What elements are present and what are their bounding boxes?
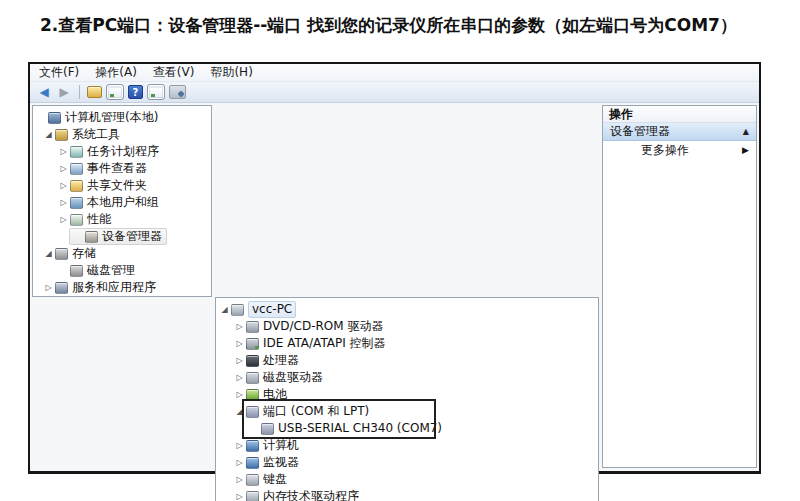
tree-item-label: 性能 — [87, 212, 111, 227]
expander-icon[interactable]: ◢ — [42, 250, 55, 258]
device-tree-item[interactable]: ▷ 内存技术驱动程序 — [216, 488, 598, 501]
device-tree-item[interactable]: ◢ vcc-PC — [216, 301, 598, 318]
back-icon[interactable]: ◀ — [36, 86, 52, 98]
device-tree-item[interactable]: ▷ 键盘 — [216, 471, 598, 488]
device-tree-item[interactable]: ◢ 端口 (COM 和 LPT) — [216, 403, 598, 420]
item-icon — [55, 248, 68, 260]
tree-item[interactable]: ▷ 本地用户和组 — [33, 194, 211, 211]
submenu-arrow-icon: ▶ — [742, 145, 749, 155]
tree-item-label: 计算机管理(本地) — [65, 110, 158, 125]
console-tree-icon[interactable] — [106, 84, 124, 100]
computer-management-window: 文件(F) 操作(A) 查看(V) 帮助(H) ◀ ▶ ? 计算机管理(本地) … — [28, 62, 761, 474]
device-item-label: 端口 (COM 和 LPT) — [263, 404, 369, 419]
device-item-label: 监视器 — [263, 455, 299, 470]
tree-item[interactable]: 磁盘管理 — [33, 262, 211, 279]
tree-item[interactable]: ▷ 性能 — [33, 211, 211, 228]
device-item-label: 键盘 — [263, 472, 287, 487]
tree-item[interactable]: 设备管理器 — [69, 228, 167, 245]
more-actions-label: 更多操作 — [641, 142, 689, 159]
device-tree-item[interactable]: ▷ 计算机 — [216, 437, 598, 454]
device-item-label: 处理器 — [263, 353, 299, 368]
device-icon — [246, 389, 259, 401]
device-icon — [246, 338, 259, 350]
expander-icon[interactable]: ◢ — [218, 306, 231, 314]
device-tree-item[interactable]: ▷ IDE ATA/ATAPI 控制器 — [216, 335, 598, 352]
tree-item[interactable]: 计算机管理(本地) — [33, 109, 211, 126]
tree-item-label: 服务和应用程序 — [72, 280, 156, 295]
device-item-label: USB-SERIAL CH340 (COM7) — [278, 421, 442, 436]
tree-item-label: 共享文件夹 — [87, 178, 147, 193]
actions-device-manager-section[interactable]: 设备管理器 ▲ — [603, 123, 756, 141]
device-tree-item[interactable]: ▷ 监视器 — [216, 454, 598, 471]
item-icon — [70, 197, 83, 209]
actions-panel-header: 操作 — [603, 106, 756, 123]
menu-item[interactable]: 操作(A) — [95, 64, 137, 81]
tree-item[interactable]: ▷ 服务和应用程序 — [33, 279, 211, 296]
device-tree-item[interactable]: ▷ 电池 — [216, 386, 598, 403]
tree-item-label: 系统工具 — [72, 127, 120, 142]
device-icon — [246, 372, 259, 384]
toolbar: ◀ ▶ ? — [30, 82, 759, 103]
item-icon — [70, 214, 83, 226]
page-heading: 2.查看PC端口：设备管理器--端口 找到您的记录仪所在串口的参数（如左端口号为… — [40, 14, 737, 37]
expander-icon[interactable]: ▷ — [233, 357, 246, 365]
device-icon — [246, 321, 259, 333]
tree-item[interactable]: ◢ 系统工具 — [33, 126, 211, 143]
actions-panel: 操作 设备管理器 ▲ 更多操作 ▶ — [602, 105, 757, 468]
content-area: 计算机管理(本地) ◢ 系统工具 ▷ 任务计划程序 ▷ 事件查看器 ▷ — [30, 103, 759, 471]
export-list-icon[interactable] — [147, 84, 165, 100]
menu-item[interactable]: 帮助(H) — [210, 64, 252, 81]
expander-icon[interactable]: ▷ — [233, 442, 246, 450]
folder-up-icon[interactable] — [87, 86, 102, 98]
tree-item[interactable]: ▷ 共享文件夹 — [33, 177, 211, 194]
more-actions-item[interactable]: 更多操作 ▶ — [603, 141, 756, 159]
expander-icon[interactable]: ▷ — [233, 391, 246, 399]
expander-icon[interactable]: ◢ — [233, 408, 246, 416]
expander-icon[interactable]: ▷ — [57, 165, 70, 173]
device-icon — [246, 440, 259, 452]
device-item-label: 内存技术驱动程序 — [263, 489, 359, 501]
device-tree-item[interactable]: USB-SERIAL CH340 (COM7) — [216, 420, 598, 437]
tree-item-label: 存储 — [72, 246, 96, 261]
scan-hardware-icon[interactable] — [169, 85, 186, 99]
menu-item[interactable]: 查看(V) — [153, 64, 195, 81]
expander-icon[interactable]: ▷ — [233, 493, 246, 501]
device-icon — [246, 355, 259, 367]
device-tree-item[interactable]: ▷ 处理器 — [216, 352, 598, 369]
expander-icon[interactable]: ▷ — [57, 199, 70, 207]
device-icon — [246, 491, 259, 501]
expander-icon[interactable]: ◢ — [42, 131, 55, 139]
item-icon — [70, 163, 83, 175]
item-icon — [85, 231, 98, 243]
tree-item[interactable]: ▷ 事件查看器 — [33, 160, 211, 177]
menu-item[interactable]: 文件(F) — [39, 64, 79, 81]
device-tree-item[interactable]: ▷ 磁盘驱动器 — [216, 369, 598, 386]
expander-icon[interactable]: ▷ — [233, 374, 246, 382]
device-icon — [246, 406, 259, 418]
expander-icon[interactable]: ▷ — [233, 459, 246, 467]
expander-icon[interactable]: ▷ — [57, 216, 70, 224]
expander-icon[interactable]: ▷ — [42, 284, 55, 292]
console-tree-panel: 计算机管理(本地) ◢ 系统工具 ▷ 任务计划程序 ▷ 事件查看器 ▷ — [32, 105, 212, 297]
collapse-icon[interactable]: ▲ — [743, 127, 749, 136]
expander-icon[interactable]: ▷ — [57, 148, 70, 156]
tree-item-label: 任务计划程序 — [87, 144, 159, 159]
device-icon — [231, 304, 244, 316]
actions-section-label: 设备管理器 — [610, 123, 670, 140]
item-icon — [70, 265, 83, 277]
expander-icon[interactable]: ▷ — [233, 476, 246, 484]
expander-icon[interactable]: ▷ — [57, 182, 70, 190]
expander-icon[interactable]: ▷ — [233, 340, 246, 348]
device-item-label: vcc-PC — [248, 301, 296, 318]
device-item-label: DVD/CD-ROM 驱动器 — [263, 319, 383, 334]
forward-icon[interactable]: ▶ — [56, 86, 72, 98]
help-icon[interactable]: ? — [128, 85, 143, 99]
item-icon — [70, 146, 83, 158]
tree-item[interactable]: ◢ 存储 — [33, 245, 211, 262]
device-tree-item[interactable]: ▷ DVD/CD-ROM 驱动器 — [216, 318, 598, 335]
tree-item[interactable]: ▷ 任务计划程序 — [33, 143, 211, 160]
tree-item-label: 磁盘管理 — [87, 263, 135, 278]
menu-bar: 文件(F) 操作(A) 查看(V) 帮助(H) — [30, 64, 759, 82]
expander-icon[interactable]: ▷ — [233, 323, 246, 331]
toolbar-separator — [79, 85, 80, 99]
